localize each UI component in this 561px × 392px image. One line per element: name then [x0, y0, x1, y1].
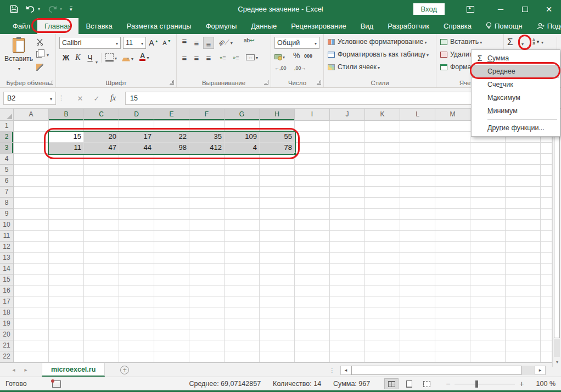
- cell-K14[interactable]: [365, 264, 400, 275]
- cell-F9[interactable]: [189, 209, 225, 220]
- fill-color-button[interactable]: [122, 54, 133, 62]
- column-header-L[interactable]: L: [400, 109, 435, 121]
- cell[interactable]: [506, 296, 541, 307]
- comma-style-button[interactable]: 000: [304, 53, 312, 59]
- cell-F3[interactable]: 412: [189, 143, 225, 154]
- bold-button[interactable]: Ж: [60, 52, 71, 64]
- cell-C12[interactable]: [84, 242, 119, 253]
- cell-G14[interactable]: [225, 264, 260, 275]
- cell-B10[interactable]: [49, 220, 84, 231]
- cell-E9[interactable]: [154, 209, 189, 220]
- scrollbar-splitter-icon[interactable]: ⋮: [329, 367, 335, 373]
- cell-H6[interactable]: [260, 176, 295, 187]
- cell-E10[interactable]: [154, 220, 189, 231]
- cell-G22[interactable]: [225, 351, 260, 362]
- cell[interactable]: [470, 296, 506, 307]
- tab-home[interactable]: Главная: [37, 18, 78, 34]
- cell-J21[interactable]: [330, 340, 365, 351]
- formula-bar-grip-icon[interactable]: ⋮: [58, 94, 64, 102]
- cell[interactable]: [506, 154, 541, 165]
- cell-E1[interactable]: [154, 121, 189, 132]
- cell-E3[interactable]: 98: [154, 143, 189, 154]
- cell-F18[interactable]: [189, 307, 225, 318]
- cell-F20[interactable]: [189, 329, 225, 340]
- cell-D12[interactable]: [119, 242, 154, 253]
- cell-D18[interactable]: [119, 307, 154, 318]
- cell-C19[interactable]: [84, 318, 119, 329]
- cell-M11[interactable]: [435, 231, 470, 242]
- cell-M21[interactable]: [435, 340, 470, 351]
- cell[interactable]: [470, 165, 506, 176]
- cell-G18[interactable]: [225, 307, 260, 318]
- cell-L3[interactable]: [400, 143, 435, 154]
- column-header-D[interactable]: D: [119, 109, 154, 121]
- autosum-menu-item[interactable]: Минимум: [472, 104, 559, 117]
- cell-K22[interactable]: [365, 351, 400, 362]
- row-header-11[interactable]: 11: [0, 231, 14, 242]
- cell-G8[interactable]: [225, 198, 260, 209]
- cell-K17[interactable]: [365, 296, 400, 307]
- decrease-decimal-button[interactable]: ,00→: [294, 65, 306, 71]
- ribbon-display-options-icon[interactable]: [467, 6, 474, 13]
- cell-G17[interactable]: [225, 296, 260, 307]
- cell-I17[interactable]: [295, 296, 330, 307]
- cell-I16[interactable]: [295, 285, 330, 296]
- cell[interactable]: [541, 220, 552, 231]
- cell-G10[interactable]: [225, 220, 260, 231]
- cell-I21[interactable]: [295, 340, 330, 351]
- cell-H16[interactable]: [260, 285, 295, 296]
- minimize-button[interactable]: ─: [489, 0, 513, 18]
- cell[interactable]: [541, 143, 552, 154]
- row-header-17[interactable]: 17: [0, 296, 14, 307]
- cell-D10[interactable]: [119, 220, 154, 231]
- sort-filter-button[interactable]: АЯ▼: [532, 38, 543, 46]
- tab-help[interactable]: Справка: [436, 18, 479, 34]
- cell[interactable]: [470, 220, 506, 231]
- cell-C10[interactable]: [84, 220, 119, 231]
- cell-G4[interactable]: [225, 154, 260, 165]
- autosum-menu-item[interactable]: Максимум: [472, 91, 559, 104]
- cell-A16[interactable]: [14, 285, 49, 296]
- cell-F10[interactable]: [189, 220, 225, 231]
- clipboard-dialog-launcher-icon[interactable]: [49, 80, 53, 85]
- row-header-5[interactable]: 5: [0, 165, 14, 176]
- scroll-left-icon[interactable]: ◂: [340, 366, 351, 375]
- cell-J16[interactable]: [330, 285, 365, 296]
- cell[interactable]: [506, 329, 541, 340]
- cell-G7[interactable]: [225, 187, 260, 198]
- cell-I12[interactable]: [295, 242, 330, 253]
- cell-G21[interactable]: [225, 340, 260, 351]
- column-header-I[interactable]: I: [295, 109, 330, 121]
- autosum-menu-item[interactable]: Среднее: [472, 65, 559, 78]
- cell-M15[interactable]: [435, 275, 470, 285]
- cell-A4[interactable]: [14, 154, 49, 165]
- autosum-menu-item[interactable]: ΣСумма: [472, 52, 559, 65]
- cell-B21[interactable]: [49, 340, 84, 351]
- cell-C17[interactable]: [84, 296, 119, 307]
- sheet-tab-active[interactable]: microexcel.ru: [42, 363, 105, 377]
- row-header-8[interactable]: 8: [0, 198, 14, 209]
- cell-H13[interactable]: [260, 253, 295, 264]
- cell-C14[interactable]: [84, 264, 119, 275]
- cell-A7[interactable]: [14, 187, 49, 198]
- cell-F12[interactable]: [189, 242, 225, 253]
- cell-K19[interactable]: [365, 318, 400, 329]
- cell[interactable]: [470, 253, 506, 264]
- cell-H21[interactable]: [260, 340, 295, 351]
- cell[interactable]: [470, 307, 506, 318]
- cell-A13[interactable]: [14, 253, 49, 264]
- cell[interactable]: [506, 209, 541, 220]
- row-header-13[interactable]: 13: [0, 253, 14, 264]
- cell-E13[interactable]: [154, 253, 189, 264]
- cell-K7[interactable]: [365, 187, 400, 198]
- vertical-scrollbar[interactable]: ▾: [552, 109, 561, 367]
- cell-D2[interactable]: 17: [119, 132, 154, 143]
- column-header-C[interactable]: C: [84, 109, 119, 121]
- cell-I3[interactable]: [295, 143, 330, 154]
- cell-K9[interactable]: [365, 209, 400, 220]
- cell-A9[interactable]: [14, 209, 49, 220]
- enter-button[interactable]: ✓: [90, 92, 103, 104]
- cell-C3[interactable]: 47: [84, 143, 119, 154]
- cell-B3[interactable]: 11: [49, 143, 84, 154]
- column-header-A[interactable]: A: [14, 109, 49, 121]
